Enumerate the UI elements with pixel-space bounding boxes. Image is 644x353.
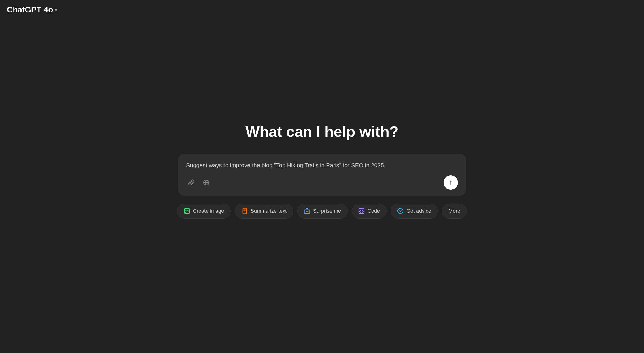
globe-icon bbox=[203, 179, 209, 186]
chat-input-container[interactable]: Suggest ways to improve the blog "Top Hi… bbox=[178, 154, 466, 196]
summarize-text-button[interactable]: Summarize text bbox=[235, 204, 293, 219]
svg-point-3 bbox=[185, 210, 186, 210]
quick-actions: Create image Summarize text Surprise me bbox=[177, 204, 467, 219]
header[interactable]: ChatGPT 4o ▾ bbox=[0, 0, 64, 20]
surprise-icon bbox=[304, 208, 310, 214]
attach-button[interactable] bbox=[186, 177, 196, 188]
summarize-icon bbox=[241, 208, 248, 214]
get-advice-button[interactable]: Get advice bbox=[391, 204, 438, 219]
create-image-button[interactable]: Create image bbox=[177, 204, 231, 219]
code-label: Code bbox=[368, 208, 380, 214]
surprise-label: Surprise me bbox=[313, 208, 341, 214]
code-button[interactable]: Code bbox=[352, 204, 387, 219]
more-label: More bbox=[448, 208, 460, 214]
page-heading: What can I help with? bbox=[245, 123, 399, 140]
summarize-label: Summarize text bbox=[251, 208, 287, 214]
get-advice-label: Get advice bbox=[406, 208, 431, 214]
code-icon bbox=[358, 208, 365, 214]
send-button[interactable]: ↑ bbox=[444, 175, 458, 190]
more-button[interactable]: More bbox=[442, 204, 467, 219]
send-arrow-icon: ↑ bbox=[449, 179, 452, 186]
advice-icon bbox=[397, 208, 404, 214]
chat-input-text[interactable]: Suggest ways to improve the blog "Top Hi… bbox=[186, 161, 458, 170]
chevron-down-icon: ▾ bbox=[55, 7, 57, 13]
attach-icon bbox=[188, 179, 194, 186]
toolbar-left bbox=[186, 177, 211, 188]
create-image-icon bbox=[184, 208, 190, 214]
app-title: ChatGPT 4o bbox=[7, 5, 53, 14]
create-image-label: Create image bbox=[193, 208, 224, 214]
web-search-button[interactable] bbox=[201, 177, 211, 188]
input-toolbar: ↑ bbox=[186, 175, 458, 190]
main-content: What can I help with? Suggest ways to im… bbox=[178, 123, 466, 219]
surprise-me-button[interactable]: Surprise me bbox=[297, 204, 348, 219]
